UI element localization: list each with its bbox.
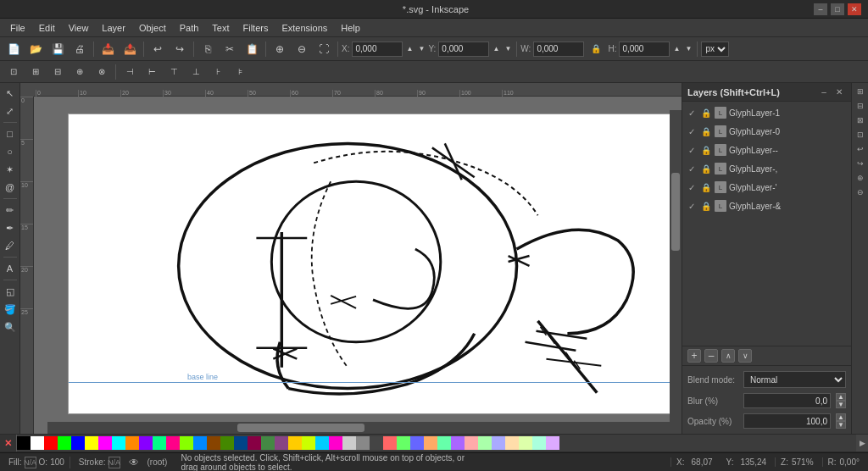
layer-item-4[interactable]: ✓ 🔒 L GlyphLayer-' [682,178,851,197]
lock-btn[interactable]: 🔒 [586,40,606,58]
align-btn-2[interactable]: ⊢ [142,63,162,81]
gradient-tool[interactable]: ◱ [2,283,19,300]
save-btn[interactable]: 💾 [47,40,68,58]
color-swatch-37[interactable] [519,436,532,450]
layer-lock-1[interactable]: 🔒 [700,125,712,137]
h-up-btn[interactable]: ▲ [671,40,682,58]
zoom-tool[interactable]: 🔍 [2,319,19,335]
remove-layer-btn[interactable]: – [704,349,718,363]
raise-layer-btn[interactable]: ∧ [721,349,735,363]
rect-tool[interactable]: □ [2,125,19,142]
color-swatch-6[interactable] [98,436,112,450]
color-swatch-17[interactable] [248,436,261,450]
color-swatch-2[interactable] [44,436,58,450]
spiral-tool[interactable]: @ [2,179,19,196]
lower-layer-btn[interactable]: ∨ [738,349,752,363]
layer-lock-0[interactable]: 🔒 [700,107,712,119]
color-swatch-27[interactable] [383,436,397,450]
menu-item-object[interactable]: Object [132,21,173,35]
export-btn[interactable]: 📤 [120,40,140,58]
calligraphy-tool[interactable]: 🖊 [2,237,19,254]
snap-btn-1[interactable]: ⊡ [3,63,24,81]
color-swatch-7[interactable] [112,436,125,450]
h-down-btn[interactable]: ▼ [683,40,693,58]
rmini-btn-4[interactable]: ⊡ [854,128,867,141]
menu-item-extensions[interactable]: Extensions [275,21,334,35]
canvas-inner[interactable]: base line [34,97,682,434]
layer-lock-4[interactable]: 🔒 [700,181,712,193]
y-down-btn[interactable]: ▼ [503,40,513,58]
snap-btn-3[interactable]: ⊟ [47,63,68,81]
import-btn[interactable]: 📥 [97,40,118,58]
layer-eye-1[interactable]: ✓ [686,125,698,137]
color-swatch-30[interactable] [424,436,437,450]
color-swatch-16[interactable] [234,436,248,450]
color-swatch-35[interactable] [492,436,505,450]
close-button[interactable]: ✕ [848,3,861,15]
align-btn-5[interactable]: ⊦ [208,63,228,81]
menu-item-layer[interactable]: Layer [95,21,132,35]
snap-btn-5[interactable]: ⊗ [92,63,112,81]
menu-item-help[interactable]: Help [334,21,367,35]
layer-item-2[interactable]: ✓ 🔒 L GlyphLayer-- [682,141,851,159]
text-tool[interactable]: A [2,260,19,277]
w-input[interactable] [533,42,584,57]
layer-eye-5[interactable]: ✓ [686,200,698,212]
rmini-btn-3[interactable]: ⊠ [854,114,867,127]
color-swatch-20[interactable] [288,436,302,450]
color-swatch-31[interactable] [437,436,451,450]
y-up-btn[interactable]: ▲ [491,40,501,58]
vertical-scrollbar[interactable] [670,110,682,422]
new-btn[interactable]: 📄 [3,40,24,58]
select-tool[interactable]: ↖ [2,85,19,102]
rmini-btn-2[interactable]: ⊟ [854,99,867,113]
canvas-area[interactable]: 0 10 20 30 40 50 60 70 80 90 100 110 0 5… [20,83,682,434]
layer-lock-3[interactable]: 🔒 [700,163,712,175]
undo-mini-btn[interactable]: ↩ [854,142,867,156]
color-swatch-39[interactable] [546,436,559,450]
no-color-btn[interactable]: ✕ [0,434,17,452]
layer-lock-5[interactable]: 🔒 [700,200,712,212]
color-swatch-1[interactable] [31,436,44,450]
opacity-up-btn[interactable]: ▲ [836,413,846,421]
color-swatch-26[interactable] [370,436,383,450]
color-swatch-5[interactable] [85,436,98,450]
color-swatch-36[interactable] [505,436,519,450]
x-input[interactable] [352,42,403,57]
redo-btn[interactable]: ↪ [170,40,190,58]
snap-btn-4[interactable]: ⊕ [70,63,90,81]
colorbar-scroll-right[interactable]: ▶ [856,434,868,452]
color-swatch-11[interactable] [166,436,180,450]
align-btn-1[interactable]: ⊣ [120,63,140,81]
pencil-tool[interactable]: ✏ [2,202,19,219]
blend-mode-select[interactable]: NormalMultiplyScreenOverlayDarkenLighten [743,371,846,388]
color-swatch-19[interactable] [275,436,288,450]
x-up-btn[interactable]: ▲ [404,40,415,58]
blur-up-btn[interactable]: ▲ [836,393,846,401]
color-swatch-32[interactable] [451,436,465,450]
zoom-out-btn[interactable]: ⊖ [292,40,312,58]
color-swatch-25[interactable] [356,436,370,450]
align-btn-6[interactable]: ⊧ [230,63,250,81]
color-swatch-0[interactable] [17,436,31,450]
minimize-button[interactable]: – [814,3,827,15]
opacity-down-btn[interactable]: ▼ [836,421,846,429]
menu-item-file[interactable]: File [3,21,32,35]
menu-item-text[interactable]: Text [205,21,236,35]
maximize-button[interactable]: □ [831,3,844,15]
color-swatch-9[interactable] [139,436,153,450]
rmini-btn-8[interactable]: ⊖ [854,186,867,199]
panel-min-btn[interactable]: – [817,86,831,99]
color-swatch-29[interactable] [410,436,424,450]
snap-btn-2[interactable]: ⊞ [25,63,46,81]
layer-lock-2[interactable]: 🔒 [700,144,712,156]
pen-tool[interactable]: ✒ [2,219,19,236]
color-swatch-10[interactable] [153,436,166,450]
menu-item-filters[interactable]: Filters [236,21,275,35]
opacity-input[interactable] [743,413,831,429]
circle-tool[interactable]: ○ [2,143,19,160]
color-swatch-34[interactable] [478,436,492,450]
color-swatch-24[interactable] [342,436,356,450]
star-tool[interactable]: ✶ [2,161,19,178]
color-swatch-3[interactable] [58,436,71,450]
